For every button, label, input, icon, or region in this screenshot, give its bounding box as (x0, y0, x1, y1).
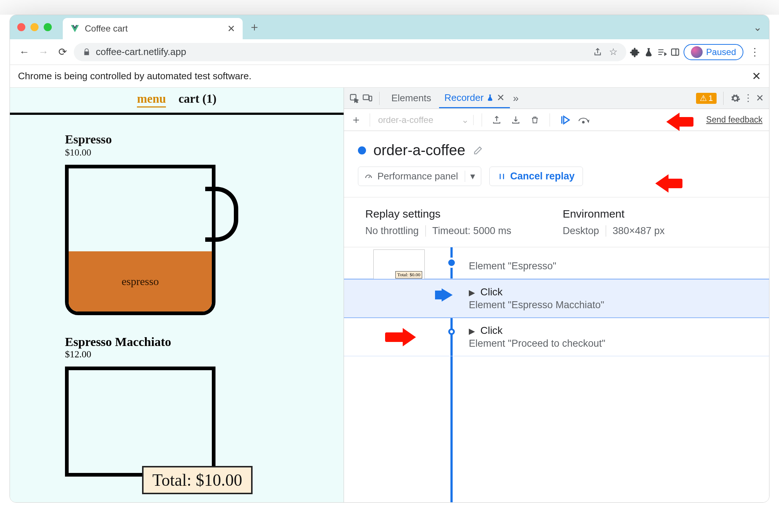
environment-heading: Environment (563, 208, 665, 220)
devtools-tabbar: Elements Recorder ✕ » ⚠ 1 ⋮ ✕ (344, 88, 769, 109)
bookmark-icon[interactable]: ☆ (609, 46, 617, 58)
flask-icon (486, 94, 494, 101)
more-tabs-icon[interactable]: » (513, 92, 519, 104)
product-name: Espresso Macchiato (65, 335, 344, 349)
gauge-icon (364, 172, 373, 181)
current-step-marker (442, 288, 453, 302)
devtools-menu-icon[interactable]: ⋮ (743, 92, 753, 104)
nav-menu[interactable]: menu (137, 92, 166, 108)
send-feedback-link[interactable]: Send feedback (706, 115, 762, 125)
total-tooltip[interactable]: Total: $10.00 (142, 466, 253, 494)
timeout-value[interactable]: Timeout: 5000 ms (432, 225, 511, 237)
device-value[interactable]: Desktop (563, 225, 599, 237)
cup-illustration[interactable]: espresso (65, 165, 223, 319)
throttling-value[interactable]: No throttling (365, 225, 419, 237)
recording-status-dot (358, 146, 366, 154)
tab-elements[interactable]: Elements (386, 89, 436, 108)
replay-settings-heading: Replay settings (365, 208, 511, 220)
nav-cart[interactable]: cart (1) (178, 92, 217, 108)
url-field[interactable]: coffee-cart.netlify.app ☆ (74, 43, 626, 61)
chevron-down-icon: ⌄ (461, 115, 469, 125)
automation-banner-close[interactable]: ✕ (752, 70, 761, 83)
replay-settings-row: Replay settings No throttling Timeout: 5… (344, 197, 769, 247)
tab-close-icon[interactable]: ✕ (497, 92, 505, 103)
import-icon[interactable] (509, 113, 522, 127)
recording-header: order-a-coffee (344, 131, 769, 167)
recorder-toolbar: ＋ order-a-coffee ⌄ Send feedback (344, 109, 769, 131)
export-icon[interactable] (490, 113, 503, 127)
product-name: Espresso (65, 132, 344, 146)
share-icon[interactable] (593, 47, 602, 57)
product-macchiato: Espresso Macchiato $12.00 (10, 319, 344, 433)
window-maximize[interactable] (44, 23, 52, 31)
chevron-down-icon: ▾ (465, 171, 475, 182)
step-subtitle: Element "Espresso Macchiato" (469, 299, 751, 311)
cup-fill-label: espresso (69, 251, 212, 311)
issues-count: 1 (709, 94, 713, 103)
profile-paused-pill[interactable]: Paused (684, 44, 743, 60)
new-recording-button[interactable]: ＋ (351, 112, 362, 127)
reload-button[interactable]: ⟳ (55, 44, 70, 60)
device-icon[interactable] (362, 93, 373, 103)
step-over-icon[interactable] (577, 113, 590, 127)
lock-icon (83, 48, 91, 56)
recording-selector[interactable]: order-a-coffee ⌄ (378, 115, 474, 125)
step-row[interactable]: Total: $0.00 ▶x Element "Espresso" (344, 247, 769, 279)
svg-rect-3 (369, 96, 372, 101)
step-subtitle: Element "Espresso" (469, 260, 751, 272)
steps-timeline: Total: $0.00 ▶x Element "Espresso" ▶ Cli… (344, 247, 769, 502)
devtools-panel: Elements Recorder ✕ » ⚠ 1 ⋮ ✕ ＋ (344, 88, 769, 502)
step-title: Click (480, 325, 503, 336)
annotation-arrow (666, 113, 692, 131)
replay-icon[interactable] (558, 113, 571, 127)
delete-icon[interactable] (528, 113, 541, 127)
inspect-icon[interactable] (349, 93, 359, 103)
annotation-arrow (655, 174, 681, 193)
step-subtitle: Element "Proceed to checkout" (469, 338, 751, 349)
edit-icon[interactable] (473, 145, 483, 156)
expand-caret-icon[interactable]: ▶ (469, 288, 475, 297)
tab-recorder[interactable]: Recorder ✕ (439, 88, 510, 108)
warning-icon: ⚠ (700, 94, 707, 103)
forward-button[interactable]: → (36, 44, 51, 60)
titlebar: Coffee cart ✕ ＋ ⌄ (10, 15, 769, 39)
tab-title: Coffee cart (85, 23, 128, 34)
settings-gear-icon[interactable] (730, 93, 740, 103)
issues-badge[interactable]: ⚠ 1 (696, 93, 717, 104)
devtools-close-icon[interactable]: ✕ (756, 92, 764, 104)
avatar (691, 46, 703, 58)
browser-tab[interactable]: Coffee cart ✕ (63, 18, 243, 39)
annotation-arrow (385, 328, 411, 346)
product-espresso: Espresso $10.00 espresso (10, 115, 344, 319)
back-button[interactable]: ← (17, 44, 32, 60)
svg-rect-2 (363, 95, 369, 99)
cup-illustration[interactable] (65, 367, 223, 433)
svg-point-4 (583, 121, 584, 123)
product-price: $10.00 (65, 147, 344, 158)
dimensions-value[interactable]: 380×487 px (613, 225, 665, 237)
pause-icon (498, 172, 506, 181)
cancel-replay-button[interactable]: Cancel replay (489, 167, 583, 186)
paused-label: Paused (706, 47, 736, 57)
browser-menu-icon[interactable]: ⋮ (747, 44, 762, 60)
svg-rect-0 (671, 49, 679, 55)
recording-name: order-a-coffee (373, 142, 465, 158)
step-title: Click (480, 286, 503, 298)
vue-icon (70, 24, 80, 33)
new-tab-button[interactable]: ＋ (249, 19, 260, 35)
window-close[interactable] (17, 23, 25, 31)
tabs-overflow-icon[interactable]: ⌄ (753, 21, 762, 33)
labs-icon[interactable] (644, 47, 653, 57)
address-bar: ← → ⟳ coffee-cart.netlify.app ☆ Paused ⋮ (10, 39, 769, 65)
step-row[interactable]: ▶ Click Element "Espresso Macchiato" (344, 279, 769, 318)
media-icon[interactable] (657, 47, 667, 57)
url-text: coffee-cart.netlify.app (96, 46, 186, 58)
performance-panel-button[interactable]: Performance panel ▾ (358, 167, 481, 186)
step-thumbnail: Total: $0.00 (373, 249, 425, 281)
sidepanel-icon[interactable] (670, 47, 680, 57)
window-minimize[interactable] (30, 23, 39, 31)
expand-caret-icon[interactable]: ▶ (469, 327, 475, 336)
extensions-icon[interactable] (630, 47, 640, 57)
automation-banner-text: Chrome is being controlled by automated … (18, 70, 251, 82)
tab-close-icon[interactable]: ✕ (227, 23, 235, 34)
